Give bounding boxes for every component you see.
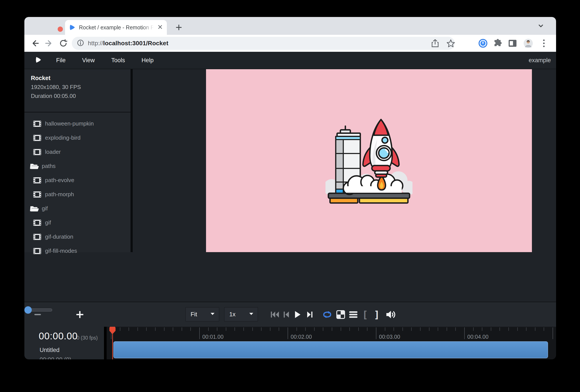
ruler-minor-tick (358, 327, 359, 331)
share-icon[interactable] (430, 38, 440, 48)
sidebar-item-gif-duration[interactable]: gif-duration (24, 230, 131, 244)
timeline-track-area[interactable]: 00:01.00 00:02.00 00:03.00 00:04.00 (107, 327, 556, 359)
film-icon (33, 177, 43, 183)
ruler-minor-tick (535, 327, 535, 331)
menu-help[interactable]: Help (140, 57, 156, 64)
sidebar-resize-handle[interactable] (131, 69, 133, 252)
jump-to-start-button[interactable] (270, 307, 280, 322)
ruler-minor-tick (155, 327, 155, 331)
ruler-minor-tick (314, 327, 315, 331)
timeline-info-panel: 00:00.00 0 (30 fps) Untitled 00:00.00 (0… (24, 327, 104, 359)
menu-file[interactable]: File (54, 57, 68, 64)
ruler-minor-tick (349, 327, 350, 331)
set-in-point-button[interactable]: [ (361, 307, 369, 322)
side-panel-icon[interactable] (508, 38, 517, 48)
address-bar[interactable]: http://localhost:3001/Rocket (72, 37, 455, 50)
traffic-light-close[interactable] (58, 26, 63, 32)
ruler-minor-tick (429, 327, 430, 331)
ruler-minor-tick (526, 327, 527, 331)
sidebar-item-gif-fill-modes[interactable]: gif-fill-modes (24, 244, 131, 258)
composition-label: halloween-pumpkin (45, 120, 94, 127)
browser-menu-kebab-icon[interactable] (539, 38, 549, 48)
back-button[interactable] (30, 38, 40, 48)
profile-avatar[interactable] (523, 38, 533, 48)
menu-view[interactable]: View (80, 57, 97, 64)
canvas-size-dropdown[interactable]: Fit (185, 307, 219, 322)
film-icon (33, 191, 43, 198)
set-out-point-button[interactable]: ] (372, 307, 381, 322)
ruler-major-tick (464, 327, 465, 339)
ruler-major-tick (199, 327, 200, 339)
tab-close-icon[interactable] (157, 24, 163, 31)
sidebar-item-path-evolve[interactable]: path-evolve (24, 173, 131, 187)
timeline-track-bar[interactable] (113, 341, 548, 358)
reload-button[interactable] (58, 38, 68, 48)
volume-button[interactable] (385, 307, 397, 322)
sidebar-item-path-morph[interactable]: path-morph (24, 187, 131, 201)
composition-title: Rocket (31, 75, 81, 82)
remotion-logo-icon[interactable] (35, 56, 42, 64)
browser-toolbar: http://localhost:3001/Rocket (24, 35, 556, 52)
player-canvas (206, 69, 532, 252)
content-area: Rocket 1920x1080, 30 FPS Duration 00:05.… (24, 69, 556, 252)
sidebar-item-halloween-pumpkin[interactable]: halloween-pumpkin (24, 117, 131, 131)
ruler-minor-tick (279, 327, 279, 331)
ruler-minor-tick (243, 327, 244, 331)
chevron-down-icon (249, 312, 254, 316)
timeline-ruler[interactable]: 00:01.00 00:02.00 00:03.00 00:04.00 (107, 327, 556, 341)
previous-frame-button[interactable] (282, 307, 291, 322)
next-frame-button[interactable] (304, 307, 315, 322)
menu-tools[interactable]: Tools (109, 57, 127, 64)
film-icon (33, 121, 43, 127)
ruler-minor-tick (517, 327, 518, 331)
ruler-minor-tick (296, 327, 297, 331)
film-icon (33, 220, 43, 226)
loop-toggle-button[interactable] (321, 307, 333, 322)
film-icon (33, 248, 43, 254)
tab-search-chevron-icon[interactable] (537, 23, 545, 30)
password-manager-extension-icon[interactable] (478, 38, 488, 48)
page-info-icon[interactable] (77, 39, 84, 48)
ruler-minor-tick (447, 327, 447, 331)
new-tab-button[interactable] (174, 23, 184, 32)
sidebar-item-exploding-bird[interactable]: exploding-bird (24, 131, 131, 145)
tab-title: Rocket / example - Remotion P (79, 24, 156, 31)
url-scheme: http:// (88, 40, 103, 47)
zoom-slider-thumb[interactable] (24, 306, 32, 314)
browser-tab[interactable]: Rocket / example - Remotion P (65, 20, 167, 35)
extensions-puzzle-icon[interactable] (493, 38, 503, 48)
ruler-minor-tick (455, 327, 456, 331)
forward-button[interactable] (44, 38, 54, 48)
url-text: http://localhost:3001/Rocket (88, 40, 450, 47)
play-button[interactable] (292, 307, 303, 322)
sidebar-item-loader[interactable]: loader (24, 145, 131, 159)
ruler-minor-tick (261, 327, 262, 331)
chevron-down-icon (210, 312, 215, 316)
ruler-label: 00:03.00 (379, 334, 400, 340)
sidebar-folder-paths[interactable]: paths (24, 159, 131, 173)
ruler-minor-tick (305, 327, 306, 331)
remotion-menubar: File View Tools Help example (24, 52, 556, 69)
compositions-sidebar: Rocket 1920x1080, 30 FPS Duration 00:05.… (24, 69, 131, 252)
tab-strip: Rocket / example - Remotion P (24, 17, 556, 35)
composition-label: gif (45, 219, 51, 226)
composition-list: halloween-pumpkin exploding-bird loader … (24, 117, 131, 258)
ruler-minor-tick (411, 327, 412, 331)
player-controls-bar: Fit 1x (24, 302, 556, 327)
ruler-minor-tick (394, 327, 394, 331)
ruler-label: 00:01.00 (202, 334, 223, 340)
timeline-rows-button[interactable] (348, 307, 359, 322)
ruler-minor-tick (217, 327, 217, 331)
bookmark-star-icon[interactable] (446, 38, 455, 48)
ruler-minor-tick (182, 327, 182, 331)
composition-label: path-evolve (45, 177, 74, 184)
sidebar-item-gif[interactable]: gif (24, 216, 131, 230)
current-frame-info: 0 (30 fps) (77, 335, 98, 341)
timeline-zoom-in-button[interactable] (75, 307, 85, 322)
film-icon (33, 135, 43, 141)
project-name-label: example (529, 57, 551, 64)
transparency-checkerboard-button[interactable] (335, 307, 346, 322)
sidebar-folder-gif[interactable]: gif (24, 201, 131, 216)
track-range: 00:00.00 (0) (40, 356, 71, 359)
playback-speed-dropdown[interactable]: 1x (224, 307, 258, 322)
